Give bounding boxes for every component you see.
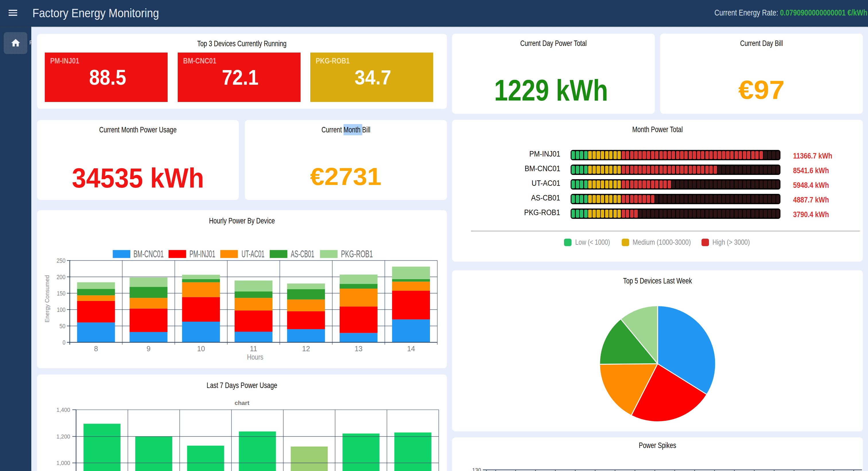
svg-text:PKG-ROB1: PKG-ROB1 bbox=[341, 248, 373, 259]
svg-text:10: 10 bbox=[197, 345, 205, 353]
svg-text:AS-CB01: AS-CB01 bbox=[291, 248, 314, 259]
svg-text:12: 12 bbox=[302, 345, 310, 353]
svg-text:14: 14 bbox=[407, 345, 415, 353]
svg-text:250: 250 bbox=[57, 257, 65, 264]
svg-text:9: 9 bbox=[146, 345, 150, 353]
svg-text:150: 150 bbox=[57, 290, 65, 297]
svg-text:8: 8 bbox=[94, 345, 98, 353]
svg-text:50: 50 bbox=[59, 323, 65, 330]
svg-text:100: 100 bbox=[57, 306, 65, 313]
svg-text:1,200: 1,200 bbox=[57, 433, 70, 440]
svg-text:Hours: Hours bbox=[247, 353, 264, 361]
svg-text:Energy Consumed: Energy Consumed bbox=[43, 275, 50, 323]
svg-text:1,000: 1,000 bbox=[57, 460, 70, 466]
svg-text:1,400: 1,400 bbox=[57, 406, 70, 413]
svg-text:200: 200 bbox=[57, 273, 65, 281]
svg-text:BM-CNC01: BM-CNC01 bbox=[133, 248, 164, 259]
svg-text:PM-INJ01: PM-INJ01 bbox=[189, 248, 215, 259]
svg-text:0: 0 bbox=[63, 339, 65, 346]
svg-text:UT-AC01: UT-AC01 bbox=[241, 248, 265, 259]
svg-text:13: 13 bbox=[354, 345, 363, 353]
svg-text:130: 130 bbox=[472, 467, 481, 471]
svg-text:11: 11 bbox=[250, 345, 257, 353]
